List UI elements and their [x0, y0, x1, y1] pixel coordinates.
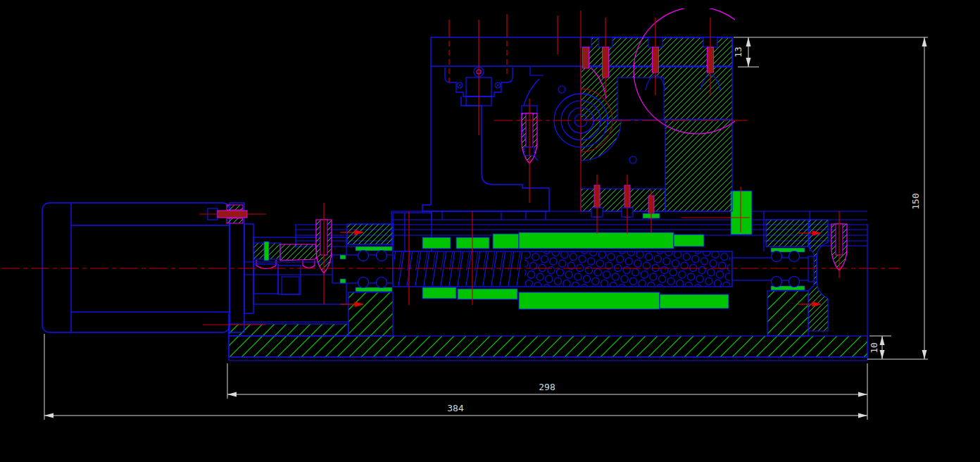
dim-top-plate-thickness: 13: [733, 46, 743, 58]
dim-overall-length: 384: [447, 403, 464, 413]
cad-drawing-canvas[interactable]: 13 150 10 298 384: [0, 0, 980, 462]
cad-viewport[interactable]: 13 150 10 298 384: [0, 0, 980, 462]
dim-base-length: 298: [539, 382, 555, 392]
dim-base-plate-thickness: 10: [869, 342, 879, 354]
dim-overall-height: 150: [910, 193, 921, 209]
